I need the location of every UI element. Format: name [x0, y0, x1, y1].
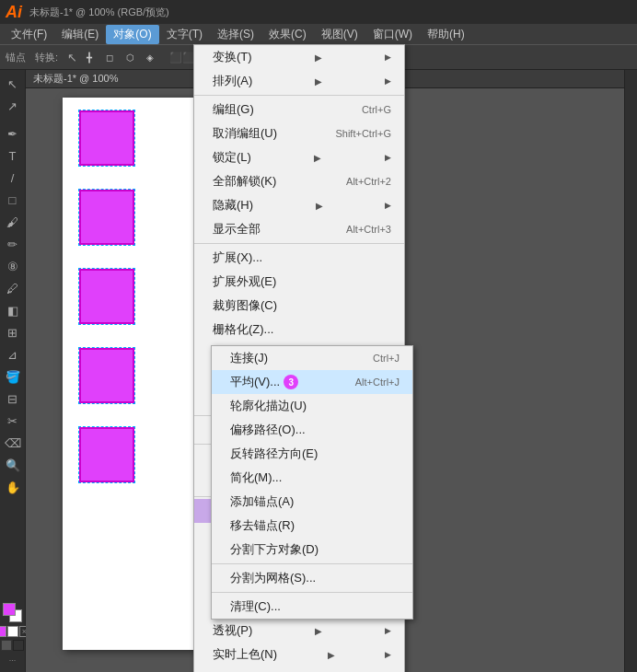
tool-hand[interactable]: ✋	[3, 477, 23, 497]
path-item-divide-below[interactable]: 分割下方对象(D)	[212, 538, 412, 562]
left-toolbar: ↖ ↗ ✒ T / □ 🖌 ✏ ⑧ 🖊 ◧ ⊞ ⊿ 🪣 ⊟ ✂ ⌫ 🔍 ✋ ×	[0, 70, 26, 672]
object-3[interactable]	[79, 269, 134, 324]
path-sep-1	[212, 563, 412, 564]
full-screen-btn[interactable]	[13, 640, 24, 651]
app-logo: Ai	[6, 3, 22, 22]
tool-zoom[interactable]: 🔍	[3, 455, 23, 475]
path-item-join[interactable]: 连接(J)Ctrl+J	[212, 346, 412, 370]
toolbar-btn-1[interactable]: ╋	[80, 48, 98, 66]
menu-item-lock[interactable]: 锁定(L)▶	[194, 145, 404, 169]
menu-text[interactable]: 文字(T)	[159, 25, 210, 44]
sep-1	[194, 95, 404, 96]
tool-line[interactable]: /	[3, 168, 23, 188]
toolbar-btn-4[interactable]: ◈	[141, 48, 159, 66]
sep-2	[194, 243, 404, 244]
object-4[interactable]	[79, 348, 134, 403]
menu-item-expand[interactable]: 扩展(X)...	[194, 246, 404, 270]
menu-view[interactable]: 视图(V)	[314, 25, 365, 44]
menu-object[interactable]: 对象(O)	[106, 25, 158, 44]
tool-slice[interactable]: ✂	[3, 411, 23, 431]
object-2[interactable]	[79, 190, 134, 245]
menu-help[interactable]: 帮助(H)	[420, 25, 472, 44]
path-item-clean-up[interactable]: 清理(C)...	[212, 595, 412, 619]
path-item-outline-stroke[interactable]: 轮廓化描边(U)	[212, 394, 412, 418]
tool-type[interactable]: T	[3, 145, 23, 166]
menu-item-live-paint[interactable]: 实时上色(N)▶	[194, 643, 404, 666]
menu-select[interactable]: 选择(S)	[210, 25, 261, 44]
stroke-indicator[interactable]	[7, 626, 18, 637]
tool-eraser[interactable]: ⌫	[3, 433, 23, 453]
path-submenu: 连接(J)Ctrl+J 平均(V)...3 Alt+Ctrl+J 轮廓化描边(U…	[211, 345, 413, 620]
menu-bar: 文件(F) 编辑(E) 对象(O) 文字(T) 选择(S) 效果(C) 视图(V…	[0, 24, 637, 44]
menu-item-unlock-all[interactable]: 全部解锁(K)Alt+Ctrl+2	[194, 169, 404, 193]
fill-indicator[interactable]	[0, 626, 6, 637]
toolbar-convert-label: 转换:	[35, 51, 58, 64]
menu-item-image-trace[interactable]: 图像描摹	[194, 666, 404, 672]
right-panel	[624, 70, 637, 672]
tool-blend[interactable]: ⑧	[3, 256, 23, 276]
tool-gradient[interactable]: ◧	[3, 300, 23, 320]
foreground-color-swatch[interactable]	[3, 603, 16, 616]
menu-item-crop-image[interactable]: 裁剪图像(C)	[194, 294, 404, 318]
menu-item-rasterize[interactable]: 栅格化(Z)...	[194, 318, 404, 342]
view-mode-area	[1, 640, 24, 651]
path-item-offset[interactable]: 偏移路径(O)...	[212, 418, 412, 442]
title-bar-label: 未标题-1* @ 100% (RGB/预览)	[29, 6, 169, 19]
toolbar-btn-2[interactable]: ◻	[100, 48, 119, 66]
menu-file[interactable]: 文件(F)	[4, 25, 54, 44]
path-item-add-anchor[interactable]: 添加锚点(A)	[212, 490, 412, 514]
tool-select[interactable]: ↖	[3, 74, 23, 94]
color-swatch-area[interactable]	[3, 603, 23, 623]
tool-pencil[interactable]: ✏	[3, 234, 23, 254]
tool-brush[interactable]: 🖌	[3, 212, 23, 232]
menu-edit[interactable]: 编辑(E)	[54, 25, 106, 44]
title-bar: Ai 未标题-1* @ 100% (RGB/预览)	[0, 0, 637, 24]
object-1[interactable]	[79, 110, 134, 166]
path-item-average[interactable]: 平均(V)...3 Alt+Ctrl+J	[212, 370, 412, 394]
normal-mode-btn[interactable]	[1, 640, 12, 651]
canvas-tab-label: 未标题-1* @ 100%	[33, 72, 118, 86]
tool-mesh[interactable]: ⊞	[3, 322, 23, 342]
path-item-remove-anchor[interactable]: 移去锚点(R)	[212, 514, 412, 538]
path-item-reverse[interactable]: 反转路径方向(E)	[212, 442, 412, 466]
menu-item-perspective[interactable]: 透视(P)▶	[194, 619, 404, 643]
menu-item-group[interactable]: 编组(G)Ctrl+G	[194, 98, 404, 122]
more-tools[interactable]: ···	[9, 655, 17, 665]
toolbar-btn-3[interactable]: ⬡	[121, 48, 139, 66]
tool-rect[interactable]: □	[3, 190, 23, 210]
path-item-simplify[interactable]: 简化(M)...	[212, 466, 412, 490]
toolbar-anchor-label: 锚点	[6, 51, 26, 64]
tool-live-paint[interactable]: 🪣	[3, 366, 23, 387]
tool-pen[interactable]: ✒	[3, 123, 23, 144]
path-item-split-grid[interactable]: 分割为网格(S)...	[212, 566, 412, 590]
toolbar-icon-1: ↖	[67, 51, 77, 64]
menu-item-expand-appearance[interactable]: 扩展外观(E)	[194, 270, 404, 294]
menu-item-transform[interactable]: 变换(T)▶	[194, 45, 404, 69]
menu-window[interactable]: 窗口(W)	[365, 25, 420, 44]
menu-item-hide[interactable]: 隐藏(H)▶	[194, 193, 404, 217]
menu-item-show-all[interactable]: 显示全部Alt+Ctrl+3	[194, 217, 404, 241]
object-5[interactable]	[79, 427, 134, 482]
menu-item-arrange[interactable]: 排列(A)▶	[194, 69, 404, 93]
tool-shape-builder[interactable]: ⊿	[3, 344, 23, 365]
path-sep-2	[212, 592, 412, 593]
menu-item-ungroup[interactable]: 取消编组(U)Shift+Ctrl+G	[194, 122, 404, 145]
tool-eyedrop[interactable]: 🖊	[3, 278, 23, 298]
menu-effect[interactable]: 效果(C)	[261, 25, 314, 44]
tool-artboard[interactable]: ⊟	[3, 388, 23, 409]
tool-direct-select[interactable]: ↗	[3, 96, 23, 116]
